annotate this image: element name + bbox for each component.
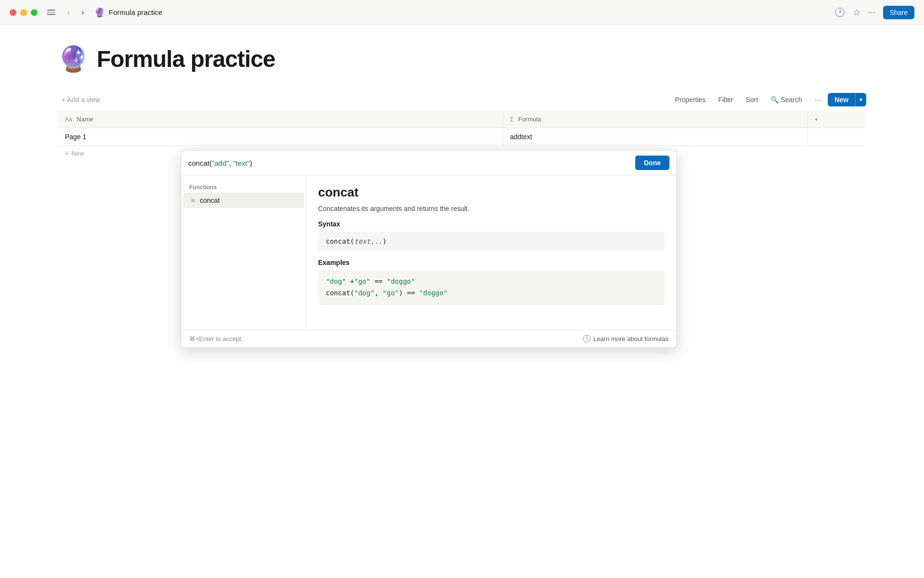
formula-right-panel: concat Concatenates its arguments and re…: [307, 175, 676, 329]
example-line-2: concat("dog", "go") == "doggo": [326, 288, 657, 299]
col-header-name: Aa Name: [58, 111, 503, 128]
page-title-heading: Formula practice: [97, 46, 275, 72]
plus-icon: +: [65, 150, 69, 157]
function-name: concat: [318, 185, 665, 200]
toolbar-left: + Add a view: [58, 94, 104, 105]
syntax-param: text...: [354, 237, 383, 245]
formula-col-icon: Σ: [510, 116, 513, 123]
col-header-formula[interactable]: Σ Formula: [503, 111, 808, 128]
concat-function-item[interactable]: ≡ concat: [183, 193, 304, 208]
syntax-suffix: ): [383, 237, 386, 245]
row1-name-cell[interactable]: Page 1: [58, 128, 503, 146]
minimize-button[interactable]: [20, 9, 27, 16]
filter-button[interactable]: Filter: [713, 93, 738, 106]
keyboard-hint: ⌘+Enter to accept.: [189, 335, 243, 342]
row1-formula-cell[interactable]: addtext: [503, 128, 808, 146]
help-icon: ?: [583, 335, 590, 342]
main-content: 🔮 Formula practice + Add a view Properti…: [0, 25, 924, 161]
ex2-eq: ==: [403, 289, 419, 297]
db-toolbar: + Add a view Properties Filter Sort 🔍 Se…: [58, 89, 866, 110]
traffic-lights: [10, 9, 38, 16]
examples-label: Examples: [318, 259, 665, 266]
new-button-arrow[interactable]: ▾: [855, 93, 866, 106]
learn-more-link[interactable]: ? Learn more about formulas: [583, 335, 668, 342]
more-options-button[interactable]: ···: [810, 93, 825, 106]
titlebar-actions: 🕐 ☆ ··· Share: [834, 6, 914, 19]
history-icon[interactable]: 🕐: [834, 7, 845, 18]
page-icon-title: 🔮 Formula practice: [94, 7, 163, 18]
examples-code: "dog" +"go" == "doggo" concat("dog", "go…: [318, 270, 665, 305]
row1-extra-cell: [808, 128, 866, 146]
name-col-icon: Aa: [65, 116, 72, 123]
search-label: Search: [781, 96, 802, 104]
search-button[interactable]: 🔍 Search: [766, 93, 807, 106]
formula-footer: ⌘+Enter to accept. ? Learn more about fo…: [181, 329, 676, 347]
col-name-label: Name: [77, 116, 93, 123]
titlebar: ‹ › 🔮 Formula practice 🕐 ☆ ··· Share: [0, 0, 924, 25]
add-view-button[interactable]: + Add a view: [58, 94, 104, 105]
ex1-eq: ==: [371, 277, 387, 285]
more-options-icon[interactable]: ···: [868, 7, 875, 17]
example-line-1: "dog" +"go" == "doggo": [326, 276, 657, 288]
ex2-func: concat(: [326, 289, 354, 297]
formula-suffix: ): [250, 159, 252, 167]
learn-more-label: Learn more about formulas: [593, 335, 668, 342]
sort-button[interactable]: Sort: [741, 93, 763, 106]
formula-comma: ,: [229, 159, 233, 167]
ex1-str1: "dog": [326, 277, 346, 285]
done-button[interactable]: Done: [635, 156, 669, 170]
formula-body: Functions ≡ concat concat Concatenates i…: [181, 175, 676, 329]
add-row-label: New: [72, 150, 84, 157]
ex2-str3: "doggo": [419, 289, 448, 297]
search-icon: 🔍: [770, 96, 779, 104]
function-description: Concatenates its arguments and returns t…: [318, 205, 665, 212]
page-favicon: 🔮: [94, 7, 105, 18]
formula-prefix: concat(: [188, 159, 212, 167]
menu-button[interactable]: [45, 8, 57, 17]
back-button[interactable]: ‹: [63, 7, 74, 18]
new-button-group[interactable]: New ▾: [828, 93, 866, 106]
ex2-str1: "dog": [354, 289, 374, 297]
ex1-str3: "doggo": [386, 277, 415, 285]
ex2-comma: ,: [374, 289, 383, 297]
table-row: Page 1 addtext: [58, 128, 866, 146]
formula-input-row: concat("add", "text") Done: [181, 151, 676, 175]
forward-button[interactable]: ›: [77, 7, 89, 18]
share-button[interactable]: Share: [883, 6, 914, 19]
ex2-close: ): [399, 289, 403, 297]
page-heading: 🔮 Formula practice: [58, 44, 866, 74]
formula-str1: "add": [212, 159, 229, 167]
properties-button[interactable]: Properties: [670, 93, 711, 106]
page-emoji-heading: 🔮: [58, 44, 89, 74]
close-button[interactable]: [10, 9, 16, 16]
formula-left-panel: Functions ≡ concat: [181, 175, 307, 329]
formula-editor: concat("add", "text") Done Functions ≡ c…: [181, 150, 677, 348]
add-column-button[interactable]: +: [808, 111, 866, 128]
maximize-button[interactable]: [31, 9, 38, 16]
star-icon[interactable]: ☆: [853, 7, 860, 18]
ex1-op: +: [346, 277, 354, 285]
functions-section-label: Functions: [181, 181, 306, 193]
ex1-str2: "go": [354, 277, 371, 285]
formula-input-display[interactable]: concat("add", "text"): [188, 159, 630, 167]
ex2-str2: "go": [383, 289, 399, 297]
col-formula-label: Formula: [518, 116, 541, 123]
toolbar-right: Properties Filter Sort 🔍 Search ··· New …: [670, 93, 866, 106]
new-button-main[interactable]: New: [828, 93, 855, 106]
nav-arrows: ‹ ›: [63, 7, 89, 18]
page-title-text: Formula practice: [109, 8, 163, 16]
syntax-label: Syntax: [318, 220, 665, 228]
syntax-prefix: concat(: [326, 237, 354, 245]
formula-str2: "text": [233, 159, 250, 167]
concat-icon: ≡: [191, 197, 195, 204]
concat-label: concat: [200, 197, 219, 204]
syntax-code: concat(text...): [318, 232, 665, 251]
